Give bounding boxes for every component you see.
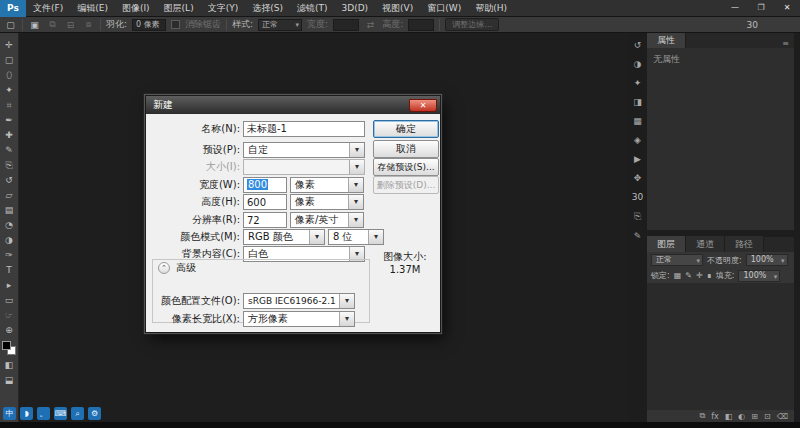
actions-panel-icon[interactable]: ▶ [634, 154, 641, 164]
refine-edge-button[interactable]: 调整边缘… [445, 18, 499, 31]
layer-effects-icon[interactable]: fx [711, 412, 719, 421]
crop-tool[interactable]: ⌗ [0, 98, 18, 113]
brush-tool[interactable]: ✎ [0, 143, 18, 158]
menu-edit[interactable]: 编辑(E) [70, 0, 115, 17]
height-unit-select[interactable]: 像素 [290, 194, 364, 210]
lock-position-icon[interactable]: ✛ [696, 271, 703, 280]
feather-input[interactable]: 0 像素 [132, 19, 166, 31]
brush-panel-icon[interactable]: ✎ [634, 231, 642, 241]
menu-type[interactable]: 文字(Y) [201, 0, 246, 17]
lock-all-icon[interactable]: ∎ [707, 271, 712, 280]
new-layer-icon[interactable]: ⊡ [764, 412, 771, 421]
lock-paint-icon[interactable]: ✎ [685, 271, 692, 280]
eyedropper-tool[interactable]: ✒ [0, 113, 18, 128]
opacity-select[interactable]: 100% [746, 254, 788, 266]
clone-source-panel-icon[interactable]: ⎘ [634, 211, 641, 222]
width-input[interactable]: 800 [243, 177, 287, 193]
history-brush-tool[interactable]: ↺ [0, 173, 18, 188]
menu-select[interactable]: 选择(S) [245, 0, 290, 17]
menu-layer[interactable]: 图层(L) [157, 0, 201, 17]
type-tool[interactable]: T [0, 263, 18, 278]
menu-3d[interactable]: 3D(D) [334, 0, 375, 17]
tab-channels[interactable]: 通道 [686, 236, 725, 252]
panel-menu-icon[interactable]: ≡ [782, 39, 794, 48]
styles-panel-icon[interactable]: ✦ [634, 78, 642, 88]
screen-mode-icon[interactable]: ⬓ [0, 373, 18, 388]
layer-group-icon[interactable]: ⊞ [751, 412, 758, 421]
swap-dimensions-icon[interactable]: ⇄ [364, 20, 377, 30]
adjustments-panel-icon[interactable]: ◑ [634, 59, 642, 69]
quick-selection-tool[interactable]: ✦ [0, 83, 18, 98]
minimize-button[interactable]: — [722, 1, 748, 15]
clone-stamp-tool[interactable]: ⎘ [0, 158, 18, 173]
resolution-input[interactable] [243, 212, 287, 228]
marquee-tool[interactable]: ▢ [0, 53, 18, 68]
eraser-tool[interactable]: ▱ [0, 188, 18, 203]
name-input[interactable] [243, 121, 365, 137]
swatches-panel-icon[interactable]: ▦ [633, 116, 642, 126]
color-panel-icon[interactable]: ◨ [633, 97, 642, 107]
dialog-close-button[interactable]: ✕ [409, 99, 437, 112]
color-profile-select[interactable]: sRGB IEC61966-2.1 [243, 293, 355, 309]
menu-image[interactable]: 图像(I) [115, 0, 157, 17]
shape-tool[interactable]: ▭ [0, 293, 18, 308]
history-panel-icon[interactable]: ↺ [634, 40, 642, 50]
width-unit-select[interactable]: 像素 [290, 177, 364, 193]
ime-settings-icon[interactable]: ⚙ [88, 407, 101, 420]
quick-mask-icon[interactable]: ◧ [0, 358, 18, 373]
height-input[interactable] [243, 194, 287, 210]
maximize-button[interactable]: ❐ [748, 1, 774, 15]
dodge-tool[interactable]: ◑ [0, 233, 18, 248]
pixel-aspect-select[interactable]: 方形像素 [243, 311, 355, 327]
color-mode-select[interactable]: RGB 颜色 [243, 229, 325, 245]
new-selection-icon[interactable]: ▣ [28, 20, 41, 30]
selection-width-input[interactable] [333, 19, 359, 31]
tab-properties[interactable]: 属性 [647, 32, 686, 48]
marquee-preset-icon[interactable]: ▢ [4, 20, 17, 30]
preset-select[interactable]: 自定 [243, 142, 365, 158]
tab-layers[interactable]: 图层 [647, 236, 686, 252]
selection-height-input[interactable] [408, 19, 434, 31]
resolution-unit-select[interactable]: 像素/英寸 [290, 212, 364, 228]
menu-window[interactable]: 窗口(W) [420, 0, 468, 17]
ok-button[interactable]: 确定 [373, 120, 439, 138]
menu-filter[interactable]: 滤镜(T) [290, 0, 335, 17]
gradient-tool[interactable]: ▤ [0, 203, 18, 218]
fill-select[interactable]: 100% [738, 270, 780, 282]
style-select[interactable]: 正常 [258, 19, 302, 31]
ime-punct-icon[interactable]: 。 [37, 407, 50, 420]
lasso-tool[interactable]: ⬯ [0, 68, 18, 83]
link-layers-icon[interactable]: ⧉ [699, 411, 705, 421]
blur-tool[interactable]: ◔ [0, 218, 18, 233]
antialias-checkbox[interactable] [171, 20, 180, 29]
ime-shape-icon[interactable]: ◗ [20, 407, 33, 420]
size-select[interactable] [243, 159, 365, 175]
ime-keyboard-icon[interactable]: ⌨ [54, 407, 67, 420]
navigator-panel-icon[interactable]: ✥ [634, 173, 642, 183]
lock-transparent-icon[interactable]: ▦ [674, 271, 682, 280]
menu-file[interactable]: 文件(F) [26, 0, 70, 17]
subtract-selection-icon[interactable]: ⊟ [64, 20, 77, 30]
tab-paths[interactable]: 路径 [725, 236, 764, 252]
info-panel-icon[interactable]: ◈ [634, 135, 641, 145]
advanced-toggle-icon[interactable]: ⌃ [158, 262, 170, 274]
cancel-button[interactable]: 取消 [373, 140, 439, 158]
bit-depth-select[interactable]: 8 位 [328, 229, 384, 245]
foreground-color-swatch[interactable] [2, 341, 11, 350]
foreground-background-swatch[interactable] [2, 341, 16, 355]
move-tool[interactable]: ✛ [0, 38, 18, 53]
adjustment-layer-icon[interactable]: ◐ [738, 412, 745, 421]
intersect-selection-icon[interactable]: ⧈ [82, 19, 95, 30]
delete-layer-icon[interactable]: ⌫ [777, 412, 788, 421]
ime-search-icon[interactable]: ⌕ [71, 407, 84, 420]
save-preset-button[interactable]: 存储预设(S)... [373, 158, 439, 176]
zoom-tool[interactable]: ⊕ [0, 323, 18, 338]
layers-list[interactable] [647, 283, 794, 410]
close-button[interactable]: ✕ [774, 1, 800, 15]
menu-view[interactable]: 视图(V) [375, 0, 420, 17]
blend-mode-select[interactable]: 正常 [651, 254, 703, 266]
menu-help[interactable]: 帮助(H) [468, 0, 514, 17]
delete-preset-button[interactable]: 删除预设(D)... [373, 176, 439, 194]
pen-tool[interactable]: ✑ [0, 248, 18, 263]
add-selection-icon[interactable]: ⧉ [46, 19, 59, 30]
